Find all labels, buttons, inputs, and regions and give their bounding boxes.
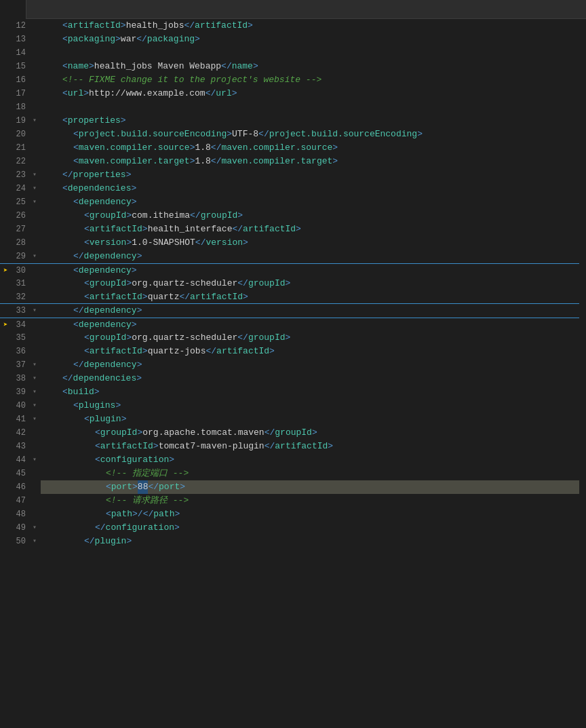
code-token-tag: <: [73, 155, 79, 168]
code-line[interactable]: <dependencies>: [41, 182, 579, 195]
code-line[interactable]: <dependency>: [41, 195, 579, 209]
fold-button[interactable]: ▾: [33, 535, 37, 548]
code-token-tag: /: [138, 507, 143, 521]
fold-area[interactable]: ▾: [30, 413, 39, 426]
code-line[interactable]: <artifactId>health_jobs</artifactId>: [41, 19, 579, 33]
breakpoint-area[interactable]: ➤: [0, 318, 11, 332]
line-number: 15: [11, 60, 30, 73]
code-line[interactable]: <build>: [41, 385, 579, 399]
fold-area[interactable]: ▾: [30, 372, 39, 385]
fold-area[interactable]: ▾: [30, 358, 39, 372]
code-token-tag-name: dependency: [84, 304, 137, 318]
fold-area[interactable]: ▾: [30, 385, 39, 399]
line-number: 27: [11, 223, 30, 236]
code-line[interactable]: <groupId>org.quartz-scheduler</groupId>: [41, 331, 579, 345]
fold-button[interactable]: ▾: [33, 168, 37, 182]
gutter-row: 50▾: [0, 535, 41, 548]
fold-area[interactable]: ▾: [30, 521, 39, 535]
fold-button[interactable]: ▾: [33, 358, 37, 372]
code-line[interactable]: <maven.compiler.source>1.8</maven.compil…: [41, 141, 579, 155]
code-token-tag: >: [126, 209, 132, 223]
code-line[interactable]: <name>health_jobs Maven Webapp</name>: [41, 60, 579, 73]
code-line[interactable]: </dependency>: [41, 304, 579, 318]
code-token-tag: >: [121, 114, 126, 128]
code-token-tag-name: artifactId: [68, 19, 121, 33]
fold-button[interactable]: ▾: [33, 399, 37, 413]
code-area[interactable]: <artifactId>health_jobs</artifactId><pac…: [41, 19, 586, 728]
gutter-row: 18: [0, 100, 41, 114]
code-line[interactable]: <artifactId>health_interface</artifactId…: [41, 223, 579, 236]
fold-button[interactable]: ▾: [33, 413, 37, 426]
fold-button[interactable]: ▾: [33, 304, 37, 318]
code-line[interactable]: <properties>: [41, 114, 579, 128]
code-line[interactable]: <dependency>: [41, 263, 579, 277]
code-token-tag: </: [184, 19, 195, 33]
gutter-row: 12: [0, 19, 41, 33]
code-token-tag: <: [95, 440, 100, 453]
code-line[interactable]: <artifactId>quartz-jobs</artifactId>: [41, 345, 579, 358]
code-line[interactable]: <project.build.sourceEncoding>UTF-8</pro…: [41, 128, 579, 141]
code-line[interactable]: </properties>: [41, 168, 579, 182]
code-line[interactable]: <maven.compiler.target>1.8</maven.compil…: [41, 155, 579, 168]
fold-button[interactable]: ▾: [33, 453, 37, 467]
code-line[interactable]: <port>88</port>: [41, 480, 579, 494]
code-line[interactable]: <dependency>: [41, 318, 579, 331]
fold-area[interactable]: ▾: [30, 195, 39, 209]
code-token-tag: >: [115, 33, 121, 46]
code-token-tag-name: configuration: [106, 521, 174, 535]
code-line[interactable]: <artifactId>quartz</artifactId>: [41, 290, 579, 304]
file-tab[interactable]: [0, 0, 26, 19]
fold-area[interactable]: ▾: [30, 250, 39, 263]
code-line[interactable]: <groupId>org.apache.tomcat.maven</groupI…: [41, 426, 579, 440]
code-line[interactable]: </dependency>: [41, 250, 579, 263]
code-token-tag: <: [73, 141, 79, 155]
code-token-tag-name: dependencies: [68, 182, 132, 195]
code-token-tag-name: configuration: [100, 453, 169, 467]
fold-area[interactable]: ▾: [30, 304, 39, 318]
code-line[interactable]: <configuration>: [41, 453, 579, 467]
fold-button[interactable]: ▾: [33, 114, 37, 128]
code-line[interactable]: </configuration>: [41, 521, 579, 535]
fold-button[interactable]: ▾: [33, 250, 37, 263]
fold-button[interactable]: ▾: [33, 521, 37, 535]
code-token-tag: >: [142, 223, 148, 236]
code-line[interactable]: [41, 46, 579, 60]
code-token-text-content: org.apache.tomcat.maven: [142, 426, 264, 440]
fold-area[interactable]: ▾: [30, 114, 39, 128]
code-token-tag: >: [89, 60, 94, 73]
code-line[interactable]: <version>1.0-SNAPSHOT</version>: [41, 236, 579, 250]
code-line[interactable]: <plugin>: [41, 413, 579, 426]
code-token-text-content: org.quartz-scheduler: [132, 331, 237, 345]
code-line[interactable]: </plugin>: [41, 535, 579, 548]
code-line[interactable]: <groupId>org.quartz-scheduler</groupId>: [41, 277, 579, 290]
code-line[interactable]: <artifactId>tomcat7-maven-plugin</artifa…: [41, 440, 579, 453]
fold-button[interactable]: ▾: [33, 372, 37, 385]
code-line[interactable]: <!-- 请求路径 -->: [41, 494, 579, 507]
breakpoint-area[interactable]: ➤: [0, 264, 11, 277]
code-line[interactable]: </dependency>: [41, 358, 579, 372]
code-token-tag: >: [121, 19, 126, 33]
code-line[interactable]: <url>http://www.example.com</url>: [41, 87, 579, 100]
code-line[interactable]: <packaging>war</packaging>: [41, 33, 579, 46]
code-line[interactable]: <!-- 指定端口 -->: [41, 467, 579, 480]
fold-area[interactable]: ▾: [30, 168, 39, 182]
fold-button[interactable]: ▾: [33, 385, 37, 399]
code-line[interactable]: <path>/</path>: [41, 507, 579, 521]
code-line[interactable]: <plugins>: [41, 399, 579, 413]
code-token-tag: >: [137, 358, 142, 372]
code-line[interactable]: <!-- FIXME change it to the project's we…: [41, 73, 579, 87]
editor-body[interactable]: 1213141516171819▾20212223▾24▾25▾26272829…: [0, 19, 586, 728]
fold-area[interactable]: ▾: [30, 399, 39, 413]
code-line[interactable]: </dependencies>: [41, 372, 579, 385]
fold-area[interactable]: ▾: [30, 453, 39, 467]
code-line[interactable]: [41, 100, 579, 114]
fold-area[interactable]: ▾: [30, 182, 39, 195]
code-line[interactable]: <groupId>com.itheima</groupId>: [41, 209, 579, 223]
line-number: 30: [11, 264, 30, 277]
code-token-tag: >: [195, 33, 200, 46]
fold-button[interactable]: ▾: [33, 182, 37, 195]
line-number: 29: [11, 250, 30, 263]
code-token-tag: </: [237, 277, 248, 290]
fold-button[interactable]: ▾: [33, 195, 37, 209]
fold-area[interactable]: ▾: [30, 535, 39, 548]
